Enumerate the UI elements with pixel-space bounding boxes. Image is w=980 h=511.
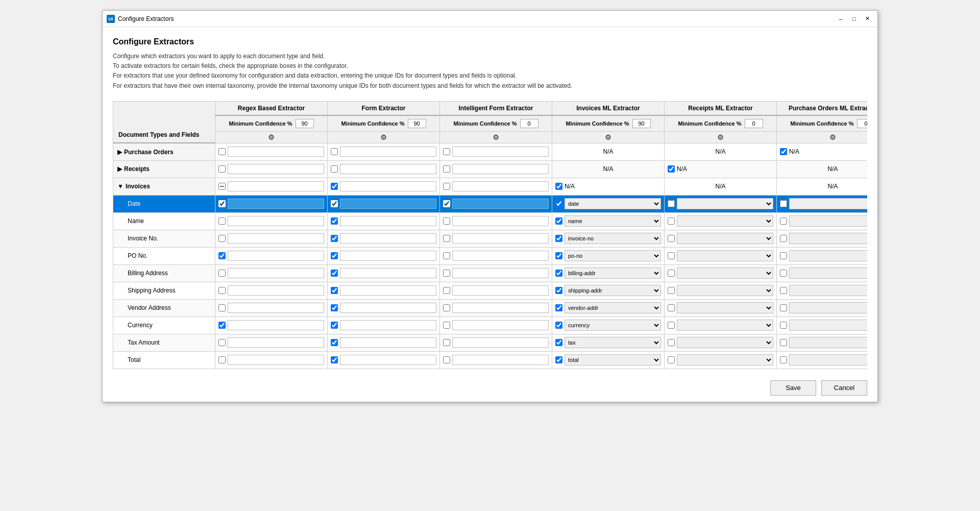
extractor-cell[interactable]	[440, 282, 552, 299]
extractor-cell[interactable]	[440, 178, 552, 195]
extractor-checkbox[interactable]	[331, 235, 338, 242]
extractor-checkbox[interactable]	[780, 356, 787, 363]
extractor-text-input[interactable]	[228, 285, 324, 296]
extractor-text-input[interactable]	[228, 320, 324, 330]
extractor-dropdown[interactable]: datenameinvoice-nopo-nobilling-addrshipp…	[677, 215, 773, 227]
extractor-text-input[interactable]	[228, 216, 324, 226]
extractor-cell[interactable]	[328, 178, 440, 195]
collapse-icon[interactable]: ▼	[117, 183, 124, 190]
extractor-cell[interactable]	[440, 230, 552, 247]
extractor-dropdown[interactable]: datenameinvoice-nopo-nobilling-addrshipp…	[789, 233, 867, 244]
extractor-cell[interactable]: datenameinvoice-nopo-nobilling-addrshipp…	[552, 299, 665, 317]
extractor-checkbox[interactable]	[780, 322, 787, 329]
extractor-cell[interactable]	[440, 299, 552, 317]
extractor-cell[interactable]: datenameinvoice-nopo-nobilling-addrshipp…	[552, 351, 665, 369]
extractor-cell[interactable]: datenameinvoice-nopo-nobilling-addrshipp…	[777, 230, 868, 247]
extractor-text-input[interactable]	[452, 285, 549, 296]
extractor-cell[interactable]	[440, 334, 552, 351]
extractor-checkbox[interactable]	[780, 252, 787, 259]
extractor-text-input[interactable]	[340, 355, 436, 365]
extractor-cell[interactable]	[215, 247, 328, 264]
extractor-text-input[interactable]	[340, 181, 436, 191]
extractor-text-input[interactable]	[340, 199, 436, 209]
extractor-text-input[interactable]	[452, 164, 549, 174]
extractor-cell[interactable]	[215, 334, 328, 351]
field-name-cell[interactable]: ▶Receipts	[113, 160, 215, 178]
extractor-cell[interactable]: datenameinvoice-nopo-nobilling-addrshipp…	[665, 264, 777, 282]
extractor-text-input[interactable]	[228, 164, 324, 174]
extractor-checkbox[interactable]	[668, 304, 675, 311]
extractor-text-input[interactable]	[228, 233, 324, 244]
extractor-cell[interactable]	[215, 317, 328, 334]
extractor-checkbox[interactable]	[218, 252, 226, 259]
extractor-checkbox[interactable]	[555, 235, 562, 242]
extractor-cell[interactable]	[328, 143, 440, 160]
field-name-cell[interactable]: ▼Invoices	[113, 178, 215, 195]
extractor-text-input[interactable]	[452, 268, 549, 278]
extractor-cell[interactable]	[440, 317, 552, 334]
extractor-checkbox[interactable]	[331, 322, 338, 329]
extractor-cell[interactable]: datenameinvoice-nopo-nobilling-addrshipp…	[552, 264, 665, 282]
extractor-dropdown[interactable]: datenameinvoice-nopo-nobilling-addrshipp…	[565, 198, 661, 209]
extractor-checkbox[interactable]	[443, 183, 450, 190]
extractor-cell[interactable]	[215, 282, 328, 299]
extractor-checkbox[interactable]	[218, 217, 226, 225]
extractor-cell[interactable]: datenameinvoice-nopo-nobilling-addrshipp…	[665, 247, 777, 264]
extractor-checkbox[interactable]	[780, 217, 787, 225]
extractor-cell[interactable]: datenameinvoice-nopo-nobilling-addrshipp…	[777, 351, 868, 369]
extractor-dropdown[interactable]: datenameinvoice-nopo-nobilling-addrshipp…	[677, 354, 773, 366]
extractor-dropdown[interactable]: datenameinvoice-nopo-nobilling-addrshipp…	[565, 250, 661, 261]
extractor-checkbox[interactable]	[555, 183, 562, 190]
extractor-cell[interactable]	[440, 264, 552, 282]
extractor-cell[interactable]: datenameinvoice-nopo-nobilling-addrshipp…	[665, 299, 777, 317]
extractor-text-input[interactable]	[452, 216, 549, 226]
extractor-cell[interactable]	[215, 230, 328, 247]
extractor-checkbox[interactable]	[555, 200, 562, 207]
extractor-checkbox[interactable]	[331, 270, 338, 277]
extractor-dropdown[interactable]: datenameinvoice-nopo-nobilling-addrshipp…	[677, 250, 773, 261]
extractor-dropdown[interactable]: datenameinvoice-nopo-nobilling-addrshipp…	[789, 337, 867, 348]
extractor-checkbox[interactable]	[218, 304, 226, 311]
extractor-dropdown[interactable]: datenameinvoice-nopo-nobilling-addrshipp…	[677, 267, 773, 279]
extractor-checkbox[interactable]	[668, 165, 675, 173]
extractor-cell[interactable]	[440, 247, 552, 264]
extractor-cell[interactable]: datenameinvoice-nopo-nobilling-addrshipp…	[665, 212, 777, 230]
extractor-dropdown[interactable]: datenameinvoice-nopo-nobilling-addrshipp…	[677, 198, 773, 209]
extractor-cell[interactable]: datenameinvoice-nopo-nobilling-addrshipp…	[665, 195, 777, 212]
extractor-cell[interactable]: datenameinvoice-nopo-nobilling-addrshipp…	[665, 317, 777, 334]
minimize-button[interactable]: –	[835, 14, 847, 23]
extractor-checkbox[interactable]	[443, 217, 450, 225]
extractor-cell[interactable]	[215, 351, 328, 369]
extractor-cell[interactable]	[440, 212, 552, 230]
extractor-cell[interactable]	[215, 212, 328, 230]
extractor-cell[interactable]	[440, 160, 552, 178]
extractor-text-input[interactable]	[340, 164, 436, 174]
extractor-checkbox[interactable]	[218, 165, 226, 173]
extractor-text-input[interactable]	[340, 268, 436, 278]
extractor-cell[interactable]: datenameinvoice-nopo-nobilling-addrshipp…	[552, 282, 665, 299]
extractor-cell[interactable]: datenameinvoice-nopo-nobilling-addrshipp…	[552, 195, 665, 212]
extractor-text-input[interactable]	[228, 251, 324, 261]
extractor-cell[interactable]: datenameinvoice-nopo-nobilling-addrshipp…	[665, 334, 777, 351]
extractor-text-input[interactable]	[340, 303, 436, 313]
extractor-checkbox[interactable]	[443, 235, 450, 242]
invoices-ml-conf-input[interactable]	[632, 119, 651, 128]
extractor-checkbox[interactable]	[668, 200, 675, 207]
save-button[interactable]: Save	[770, 380, 816, 396]
extractor-text-input[interactable]	[452, 251, 549, 261]
extractor-checkbox[interactable]	[443, 252, 450, 259]
extractor-text-input[interactable]	[452, 147, 549, 157]
extractor-cell[interactable]: N/A	[665, 143, 777, 160]
form-gear-icon[interactable]: ⚙	[380, 133, 387, 141]
extractor-dropdown[interactable]: datenameinvoice-nopo-nobilling-addrshipp…	[789, 302, 867, 313]
extractor-checkbox[interactable]	[668, 356, 675, 363]
extractor-checkbox[interactable]	[218, 148, 226, 155]
extractor-checkbox[interactable]	[331, 148, 338, 155]
extractor-dropdown[interactable]: datenameinvoice-nopo-nobilling-addrshipp…	[565, 233, 661, 244]
extractor-dropdown[interactable]: datenameinvoice-nopo-nobilling-addrshipp…	[789, 320, 867, 331]
close-button[interactable]: ✕	[861, 14, 873, 23]
extractor-cell[interactable]: datenameinvoice-nopo-nobilling-addrshipp…	[665, 351, 777, 369]
extractor-dropdown[interactable]: datenameinvoice-nopo-nobilling-addrshipp…	[677, 320, 773, 331]
extractor-checkbox[interactable]	[218, 235, 226, 242]
extractor-cell[interactable]	[328, 351, 440, 369]
